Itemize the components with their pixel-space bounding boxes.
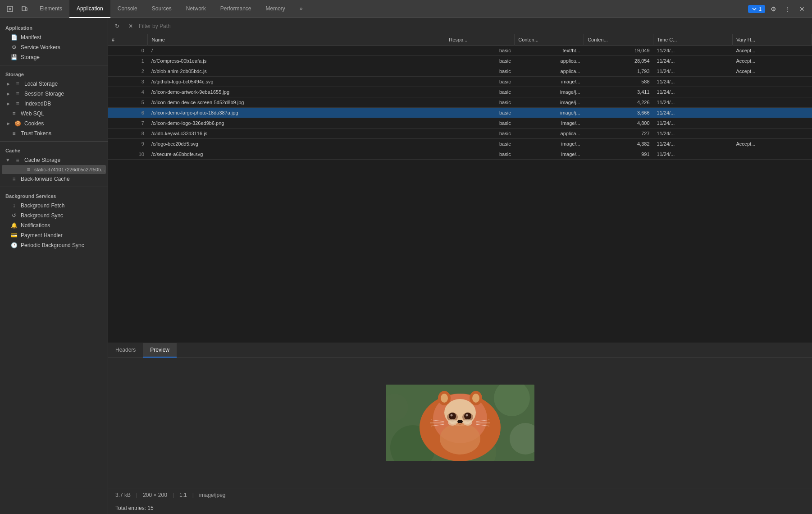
clear-btn[interactable]: ✕ bbox=[125, 21, 136, 32]
cell-time: 11/24/... bbox=[653, 87, 733, 97]
service-workers-icon: ⚙ bbox=[11, 44, 17, 50]
col-time: Time C... bbox=[653, 34, 733, 46]
image-meta: 3.7 kB | 200 × 200 | 1:1 | image/jpeg bbox=[108, 488, 812, 502]
cookies-icon: 🍪 bbox=[14, 120, 21, 127]
indexeddb-icon: ≡ bbox=[14, 101, 21, 107]
table-row[interactable]: 2 /c/blob-anim-2db05bdc.js basic applica… bbox=[108, 66, 812, 77]
table-row[interactable]: 6 /c/icon-demo-large-photo-18da387a.jpg … bbox=[108, 108, 812, 118]
tab-more[interactable]: » bbox=[292, 0, 310, 18]
sidebar: Application 📄 Manifest ⚙ Service Workers… bbox=[0, 18, 108, 514]
local-storage-icon: ≡ bbox=[14, 81, 21, 87]
table-row[interactable]: 4 /c/icon-demo-artwork-9eba1655.jpg basi… bbox=[108, 87, 812, 97]
inspect-icon-btn[interactable] bbox=[4, 3, 16, 15]
sidebar-item-manifest[interactable]: 📄 Manifest bbox=[2, 32, 106, 42]
cache-entry-icon: ≡ bbox=[25, 166, 32, 173]
cell-time: 11/24/... bbox=[653, 97, 733, 108]
cell-vary bbox=[733, 149, 812, 160]
preview-tab[interactable]: Preview bbox=[143, 343, 177, 358]
table-row[interactable]: 1 /c/Compress-00b1eafa.js basic applica.… bbox=[108, 56, 812, 66]
sidebar-item-session-storage-label: Session Storage bbox=[24, 91, 64, 97]
sidebar-item-storage-top[interactable]: 💾 Storage bbox=[2, 52, 106, 62]
sidebar-item-indexeddb-label: IndexedDB bbox=[24, 101, 51, 107]
cell-response: basic bbox=[445, 139, 515, 149]
table-row[interactable]: 8 /c/idb-keyval-c33d3116.js basic applic… bbox=[108, 128, 812, 139]
refresh-btn[interactable]: ↻ bbox=[112, 21, 123, 32]
sidebar-item-bg-fetch[interactable]: ↕ Background Fetch bbox=[2, 201, 106, 211]
sidebar-item-cookies-label: Cookies bbox=[24, 120, 44, 127]
svg-point-21 bbox=[472, 394, 479, 403]
sidebar-item-payment-handler[interactable]: 💳 Payment Handler bbox=[2, 230, 106, 240]
tab-sources[interactable]: Sources bbox=[145, 0, 179, 18]
cell-content-type: applica... bbox=[515, 128, 584, 139]
divider-1 bbox=[0, 65, 108, 65]
sidebar-item-bg-sync[interactable]: ↺ Background Sync bbox=[2, 211, 106, 220]
sidebar-item-periodic-bg-sync[interactable]: 🕐 Periodic Background Sync bbox=[2, 240, 106, 250]
sidebar-item-cookies[interactable]: ▶ 🍪 Cookies bbox=[2, 119, 106, 128]
cell-time: 11/24/... bbox=[653, 149, 733, 160]
cell-response: basic bbox=[445, 149, 515, 160]
preview-image-container bbox=[386, 385, 534, 461]
sidebar-item-service-workers[interactable]: ⚙ Service Workers bbox=[2, 42, 106, 52]
table-row[interactable]: 0 / basic text/ht... 19,049 11/24/... Ac… bbox=[108, 46, 812, 56]
svg-rect-3 bbox=[752, 6, 757, 12]
table-row[interactable]: 3 /c/github-logo-bc05494c.svg basic imag… bbox=[108, 77, 812, 87]
headers-tab[interactable]: Headers bbox=[108, 343, 143, 358]
cell-time: 11/24/... bbox=[653, 46, 733, 56]
cell-vary: Accept... bbox=[733, 139, 812, 149]
cell-num: 8 bbox=[108, 128, 148, 139]
cell-content-length: 588 bbox=[584, 77, 653, 87]
preview-area bbox=[108, 358, 812, 488]
cookies-arrow: ▶ bbox=[5, 121, 11, 126]
sidebar-item-websql[interactable]: ≡ Web SQL bbox=[2, 109, 106, 119]
device-mode-btn[interactable] bbox=[18, 3, 31, 15]
session-storage-arrow: ▶ bbox=[5, 91, 11, 96]
main-content: Application 📄 Manifest ⚙ Service Workers… bbox=[0, 18, 812, 514]
cell-response: basic bbox=[445, 56, 515, 66]
cache-storage-arrow: ▶ bbox=[5, 157, 11, 163]
sidebar-item-indexeddb[interactable]: ▶ ≡ IndexedDB bbox=[2, 99, 106, 109]
filter-input[interactable] bbox=[139, 23, 808, 29]
cell-name: /c/logo-bcc20dd5.svg bbox=[148, 139, 445, 149]
sidebar-item-cache-entry-label: static-3741017226db5c27f50b... bbox=[34, 167, 105, 172]
more-options-btn[interactable]: ⋮ bbox=[781, 3, 794, 15]
cell-vary bbox=[733, 128, 812, 139]
close-btn[interactable]: ✕ bbox=[796, 3, 808, 15]
cell-name: /c/icon-demo-artwork-9eba1655.jpg bbox=[148, 87, 445, 97]
table-row[interactable]: 9 /c/logo-bcc20dd5.svg basic image/... 4… bbox=[108, 139, 812, 149]
manifest-icon: 📄 bbox=[11, 34, 17, 41]
table-row[interactable]: 5 /c/icon-demo-device-screen-5d52d8b9.jp… bbox=[108, 97, 812, 108]
cell-content-length: 4,226 bbox=[584, 97, 653, 108]
session-storage-icon: ≡ bbox=[14, 91, 21, 97]
cache-storage-icon: ≡ bbox=[14, 157, 21, 163]
table-row[interactable]: 7 /c/icon-demo-logo-326ed9b6.png basic i… bbox=[108, 118, 812, 128]
sidebar-item-notifications[interactable]: 🔔 Notifications bbox=[2, 220, 106, 230]
sidebar-item-back-forward-cache[interactable]: ≡ Back-forward Cache bbox=[2, 174, 106, 184]
cell-content-length: 4,382 bbox=[584, 139, 653, 149]
trust-tokens-icon: ≡ bbox=[11, 130, 17, 137]
cell-content-type: image/j... bbox=[515, 87, 584, 97]
bottom-tabs: Headers Preview bbox=[108, 343, 812, 358]
col-response: Respo... bbox=[445, 34, 515, 46]
tab-memory[interactable]: Memory bbox=[259, 0, 292, 18]
tab-application[interactable]: Application bbox=[69, 0, 110, 18]
cell-num: 2 bbox=[108, 66, 148, 77]
settings-btn[interactable]: ⚙ bbox=[767, 3, 780, 15]
cell-content-type: image/... bbox=[515, 139, 584, 149]
cell-content-type: image/... bbox=[515, 118, 584, 128]
table-row[interactable]: 10 /c/secure-a66bbdfe.svg basic image/..… bbox=[108, 149, 812, 160]
cell-vary bbox=[733, 97, 812, 108]
sidebar-item-cache-entry[interactable]: ≡ static-3741017226db5c27f50b... bbox=[2, 165, 106, 174]
image-dimensions: 200 × 200 bbox=[143, 492, 167, 498]
tab-performance[interactable]: Performance bbox=[213, 0, 259, 18]
sidebar-section-storage: Storage bbox=[0, 68, 108, 79]
sidebar-item-local-storage-label: Local Storage bbox=[24, 81, 58, 87]
sidebar-item-local-storage[interactable]: ▶ ≡ Local Storage bbox=[2, 79, 106, 89]
tab-console[interactable]: Console bbox=[110, 0, 145, 18]
sidebar-item-trust-tokens[interactable]: ≡ Trust Tokens bbox=[2, 128, 106, 138]
sidebar-item-cache-storage[interactable]: ▶ ≡ Cache Storage bbox=[2, 155, 106, 165]
console-badge-btn[interactable]: 1 bbox=[748, 5, 765, 13]
sidebar-item-session-storage[interactable]: ▶ ≡ Session Storage bbox=[2, 89, 106, 99]
cell-content-type: image/j... bbox=[515, 97, 584, 108]
tab-network[interactable]: Network bbox=[179, 0, 213, 18]
tab-elements[interactable]: Elements bbox=[32, 0, 69, 18]
